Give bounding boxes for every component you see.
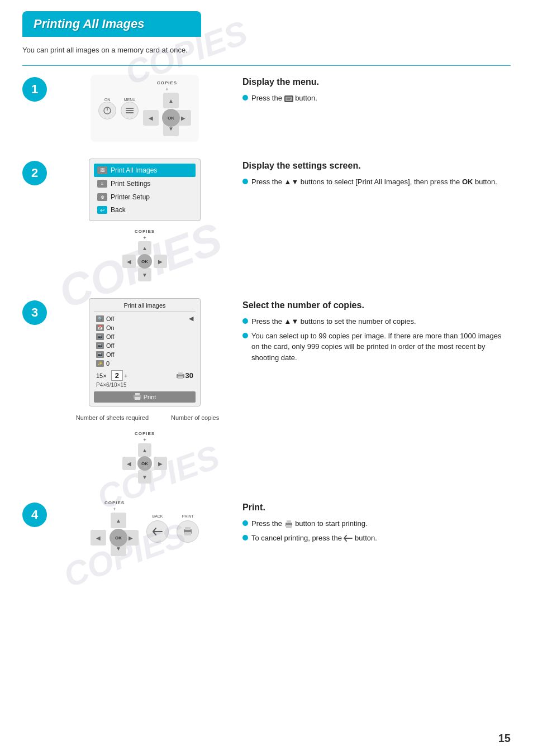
dpad-up-4[interactable]: ▲ [111, 513, 126, 528]
print-button-4[interactable] [177, 520, 199, 543]
copies-plus: + [124, 372, 127, 379]
step3-dpad-wrap: COPIES + ▲ ▼ ◀ ▶ OK [122, 431, 167, 484]
dpad-center-2[interactable]: OK [137, 254, 152, 269]
dpad-2: ▲ ▼ ◀ ▶ OK [122, 241, 167, 281]
menu-item-print-all[interactable]: 🖼 Print All Images [94, 164, 196, 177]
svg-rect-13 [135, 393, 140, 395]
dpad-left-1[interactable]: ◀ [143, 110, 159, 126]
copies-label-4: COPIES [104, 500, 125, 505]
svg-rect-16 [185, 527, 191, 530]
printer-setup-icon: ⚙ [97, 193, 107, 201]
svg-rect-10 [178, 372, 183, 375]
copies-value: 2 [111, 370, 123, 381]
svg-rect-11 [178, 376, 183, 379]
step-1-bullet-1: Press the button. [242, 93, 511, 104]
on-button[interactable] [98, 102, 116, 119]
total-value: 30 [185, 371, 193, 380]
menu-screen: 🖼 Print All Images ≡ Print Settings ⚙ Pr… [89, 159, 201, 221]
total-wrap: 30 [177, 371, 193, 380]
dpad-down-3[interactable]: ▼ [138, 470, 151, 484]
step-3-content: Select the number of copies. Press the ▲… [242, 298, 511, 366]
row-icon-1: 🔍 [96, 315, 104, 322]
step-1-visual: ON MENU COPIES + ▲ [58, 75, 231, 142]
step-2-number: 2 [22, 161, 47, 185]
step4-controller: COPIES + ▲ ▼ ◀ ▶ OK BACK PRINT [91, 500, 199, 556]
back-btn-wrap: BACK [146, 514, 169, 543]
step-4-content: Print. Press the button to start printin… [242, 500, 511, 547]
step1-controller: ON MENU COPIES + ▲ [91, 75, 199, 142]
step-4-visual: COPIES + ▲ ▼ ◀ ▶ OK BACK PRINT [58, 500, 231, 556]
step-2-bullets: Press the ▲▼ buttons to select [Print Al… [242, 176, 511, 188]
sheets-value: 15× [96, 372, 107, 379]
row-icon-2: 📅 [96, 324, 104, 331]
step4-dpad-wrap: COPIES + ▲ ▼ ◀ ▶ OK [91, 500, 139, 556]
dpad-left-2[interactable]: ◀ [122, 255, 136, 268]
print-btn-icon [134, 393, 141, 401]
bullet-dot-3b [242, 333, 248, 338]
plus-label-1: + [165, 87, 168, 92]
print-row-2: 📅 On [94, 323, 196, 332]
subtitle: You can print all images on a memory car… [22, 46, 511, 54]
dpad-up-3[interactable]: ▲ [138, 443, 151, 457]
print-btn-label: PRINT [182, 514, 194, 518]
print-all-icon: 🖼 [97, 166, 107, 174]
step-3-bullet-2: You can select up to 99 copies per image… [242, 331, 511, 363]
printer-icon-small [177, 372, 184, 379]
step2-dpad-wrap: COPIES + ▲ ▼ ◀ ▶ OK [122, 229, 167, 281]
bullet-dot [242, 95, 248, 101]
copies-label-step3: COPIES [135, 431, 155, 436]
arrow-1: ◀ [189, 315, 193, 322]
back-icon: ↩ [97, 206, 107, 214]
step-4-bullet-1: Press the button to start printing. [242, 518, 511, 529]
dpad-center-1[interactable]: OK [162, 109, 180, 127]
step-4-row: 4 COPIES + ▲ ▼ ◀ ▶ OK BACK [22, 500, 511, 556]
dpad-right-3[interactable]: ▶ [154, 457, 167, 470]
dpad-4: ▲ ▼ ◀ ▶ OK [91, 513, 139, 556]
step-4-bullets: Press the button to start printing. To c… [242, 518, 511, 543]
page-title: Printing All Images [34, 17, 190, 31]
bullet-dot-4a [242, 520, 248, 526]
dpad-1: ▲ ▼ ◀ ▶ OK [143, 93, 191, 136]
print-button[interactable]: Print [94, 391, 196, 403]
svg-rect-4 [126, 112, 134, 113]
dpad-left-3[interactable]: ◀ [122, 457, 136, 470]
bullet-dot-2 [242, 179, 248, 184]
print-screen-title: Print all images [94, 302, 196, 312]
step-1-content: Display the menu. Press the button. [242, 75, 511, 107]
dpad-left-4[interactable]: ◀ [91, 530, 106, 546]
step-1-number: 1 [22, 77, 47, 102]
on-label: ON [104, 98, 111, 102]
step-2-visual: 🖼 Print All Images ≡ Print Settings ⚙ Pr… [58, 159, 231, 281]
print-row-4: 📷 Off [94, 341, 196, 350]
dpad-up-2[interactable]: ▲ [138, 241, 151, 255]
row-icon-3: 📷 [96, 333, 104, 340]
dpad-down-2[interactable]: ▼ [138, 268, 151, 281]
dpad-right-2[interactable]: ▶ [154, 255, 167, 268]
dpad-center-3[interactable]: OK [137, 456, 152, 471]
section-divider [22, 65, 511, 66]
row-icon-6: ✨ [96, 360, 104, 367]
print-screen: Print all images 🔍 Off ◀ 📅 On 📷 Off 📷 Of… [89, 298, 201, 406]
back-button[interactable] [146, 520, 169, 543]
menu-back[interactable]: ↩ Back [94, 204, 196, 216]
print-row-3: 📷 Off [94, 332, 196, 341]
svg-rect-20 [286, 525, 292, 528]
step1-controller-wrap: ON MENU COPIES + ▲ [91, 75, 199, 142]
step-4-number: 4 [22, 503, 47, 527]
page-number: 15 [498, 732, 511, 745]
print-row-5: 📷 Off [94, 350, 196, 359]
step-4-bullet-2: To cancel printing, press the button. [242, 533, 511, 544]
menu-item-printer-setup[interactable]: ⚙ Printer Setup [94, 190, 196, 204]
print-settings-icon: ≡ [97, 180, 107, 188]
menu-item-print-settings[interactable]: ≡ Print Settings [94, 177, 196, 190]
menu-button[interactable] [121, 102, 139, 119]
sheets-copies-row: 15× 2 + 30 [94, 368, 196, 382]
step-2-title: Display the settings screen. [242, 161, 511, 171]
dpad-center-4[interactable]: OK [110, 529, 127, 547]
row-icon-4: 📷 [96, 342, 104, 349]
print-row-1: 🔍 Off ◀ [94, 314, 196, 323]
step-2-row: 2 🖼 Print All Images ≡ Print Settings ⚙ … [22, 159, 511, 281]
step-3-row: 3 Print all images 🔍 Off ◀ 📅 On 📷 Off 📷 … [22, 298, 511, 484]
dpad-up-1[interactable]: ▲ [163, 93, 179, 108]
dpad-3: ▲ ▼ ◀ ▶ OK [122, 443, 167, 484]
